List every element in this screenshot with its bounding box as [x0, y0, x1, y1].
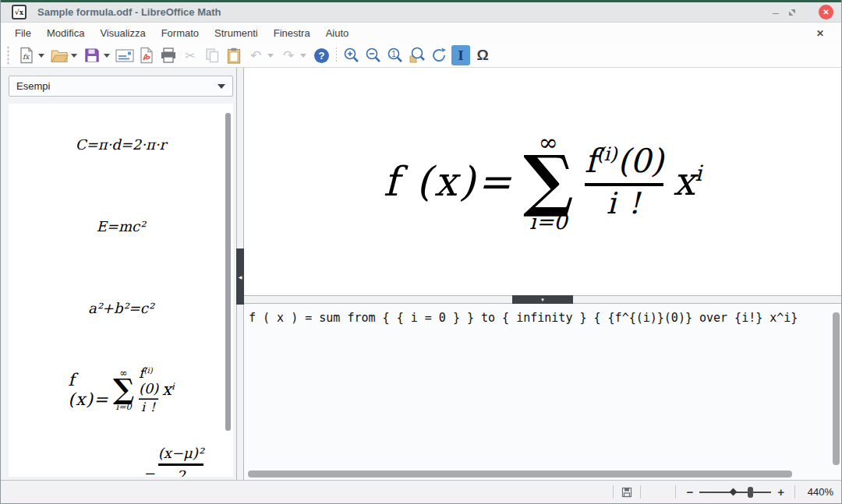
menu-modifica[interactable]: Modifica	[39, 24, 92, 42]
zoom-out-icon	[365, 47, 382, 64]
new-formula-button[interactable]: fx	[17, 45, 36, 65]
formula-preview[interactable]: f (x)= ∞ ∑ i=0 f(i)(0) i ! xi	[244, 68, 841, 295]
zoom-in-stepper[interactable]: +	[774, 485, 787, 499]
open-button[interactable]	[50, 45, 69, 65]
fraction-denominator: i !	[607, 188, 642, 220]
zoom-slider-100-notch	[730, 488, 738, 496]
copy-button[interactable]	[203, 45, 221, 65]
maximize-button[interactable]	[787, 8, 811, 17]
toolbar-grip[interactable]	[5, 46, 11, 65]
command-text[interactable]: f ( x ) = sum from { { i = 0 } } to { in…	[244, 304, 841, 332]
rendered-formula: f (x)= ∞ ∑ i=0 f(i)(0) i ! xi	[384, 131, 702, 232]
zoom-out-stepper[interactable]: −	[683, 485, 696, 499]
example-taylor-series[interactable]: f (x)= ∞ ∑ i=0 f(i)(0) i ! xi	[9, 349, 233, 431]
zoom-level-label[interactable]: 440%	[802, 486, 833, 498]
formula-cursor-icon: I	[458, 48, 463, 63]
update-refresh-icon	[430, 47, 448, 64]
menu-strumenti[interactable]: Strumenti	[207, 24, 266, 42]
menu-formato[interactable]: Formato	[154, 24, 207, 42]
email-envelope-icon	[115, 49, 134, 62]
command-horizontal-scrollbar[interactable]	[248, 471, 792, 478]
omega-symbols-icon: Ω	[476, 47, 488, 64]
main-pane: f (x)= ∞ ∑ i=0 f(i)(0) i ! xi ▼	[244, 68, 841, 480]
copy-icon	[205, 48, 220, 63]
undo-icon: ↶	[250, 49, 261, 62]
sidebar-scrollbar[interactable]	[225, 113, 231, 431]
command-editor[interactable]: f ( x ) = sum from { { i = 0 } } to { in…	[244, 304, 841, 480]
undo-button[interactable]: ↶	[246, 45, 265, 65]
example-pythagoras[interactable]: a²+b²=c²	[9, 267, 233, 349]
formula-lhs: f (x)=	[384, 158, 514, 205]
svg-text:1: 1	[391, 50, 396, 58]
zoom-in-icon	[343, 47, 360, 64]
sigma-symbol: ∑	[523, 151, 574, 208]
redo-icon: ↷	[283, 49, 294, 62]
elements-sidebar: Esempi C=π·d=2·π·r E=mc² a²+b²=c² f (x)=…	[1, 68, 236, 480]
sidebar-splitter[interactable]: ◀	[236, 68, 244, 480]
toolbar: fx	[1, 44, 841, 68]
close-document-button[interactable]: ✕	[805, 28, 835, 39]
formula-tail: xi	[673, 159, 702, 204]
open-dropdown-arrow[interactable]	[71, 54, 77, 58]
category-dropdown[interactable]: Esempi	[9, 76, 233, 97]
statusbar-separator	[640, 485, 641, 499]
help-button[interactable]: ?	[312, 45, 331, 65]
example-circumference[interactable]: C=π·d=2·π·r	[9, 104, 233, 185]
menu-aiuto[interactable]: Aiuto	[318, 24, 357, 42]
help-icon: ?	[313, 48, 330, 64]
redo-button[interactable]: ↷	[279, 45, 298, 65]
save-status-indicator[interactable]	[621, 486, 633, 499]
titlebar[interactable]: √x Sample formula.odf - LibreOffice Math…	[1, 2, 841, 23]
maximize-icon	[787, 8, 797, 17]
content: Esempi C=π·d=2·π·r E=mc² a²+b²=c² f (x)=…	[1, 68, 841, 480]
save-dropdown-arrow[interactable]	[104, 54, 110, 58]
undo-dropdown-arrow[interactable]	[267, 54, 274, 58]
chevron-down-icon	[218, 84, 225, 89]
paste-clipboard-icon	[227, 48, 241, 64]
save-status-icon	[621, 486, 633, 499]
email-document-button[interactable]	[115, 45, 134, 65]
editor-splitter[interactable]: ▼	[244, 295, 841, 304]
statusbar: − + 440%	[1, 480, 841, 503]
zoom-out-button[interactable]	[364, 45, 383, 65]
formula-sum: ∞ ∑ i=0	[523, 131, 574, 232]
paste-button[interactable]	[225, 45, 243, 65]
redo-dropdown-arrow[interactable]	[300, 54, 306, 58]
mini-taylor-formula: f (x)= ∞ ∑ i=0 f(i)(0) i ! xi	[68, 365, 174, 414]
example-gaussian-partial[interactable]: − (x−μ)² 2	[9, 431, 233, 477]
save-floppy-icon	[84, 48, 100, 63]
new-dropdown-arrow[interactable]	[38, 54, 44, 58]
export-pdf-button[interactable]	[137, 45, 156, 65]
examples-list: C=π·d=2·π·r E=mc² a²+b²=c² f (x)= ∞ ∑ i=…	[9, 104, 233, 477]
category-dropdown-value: Esempi	[16, 80, 218, 92]
statusbar-separator	[794, 485, 795, 499]
menu-file[interactable]: File	[7, 24, 39, 42]
example-emc2[interactable]: E=mc²	[9, 185, 233, 267]
show-all-icon	[409, 47, 426, 64]
menu-visualizza[interactable]: Visualizza	[92, 24, 153, 42]
editor-splitter-handle[interactable]: ▼	[512, 295, 573, 304]
formula-cursor-button[interactable]: I	[451, 45, 470, 65]
zoom-slider[interactable]	[699, 486, 771, 499]
window-title: Sample formula.odf - LibreOffice Math	[37, 6, 764, 18]
symbols-button[interactable]: Ω	[473, 45, 492, 65]
show-all-button[interactable]	[408, 45, 426, 65]
zoom-slider-handle[interactable]	[748, 487, 753, 498]
update-button[interactable]	[430, 45, 448, 65]
sidebar-splitter-handle[interactable]: ◀	[236, 248, 244, 305]
save-button[interactable]	[83, 45, 101, 65]
menu-finestra[interactable]: Finestra	[266, 24, 318, 42]
print-button[interactable]	[159, 45, 178, 65]
command-vertical-scrollbar[interactable]	[833, 312, 840, 465]
zoom-100-button[interactable]: 1	[386, 45, 405, 65]
app-window: √x Sample formula.odf - LibreOffice Math…	[0, 0, 842, 504]
cut-button[interactable]: ✂	[181, 45, 200, 65]
new-document-icon: fx	[19, 47, 34, 64]
math-app-icon: √x	[12, 5, 27, 19]
menubar: File Modifica Visualizza Formato Strumen…	[1, 23, 841, 44]
open-folder-icon	[51, 48, 69, 63]
minimize-button[interactable]: –	[764, 6, 787, 19]
svg-text:fx: fx	[23, 53, 30, 61]
zoom-in-button[interactable]	[342, 45, 361, 65]
close-button[interactable]: ✕	[819, 5, 833, 19]
